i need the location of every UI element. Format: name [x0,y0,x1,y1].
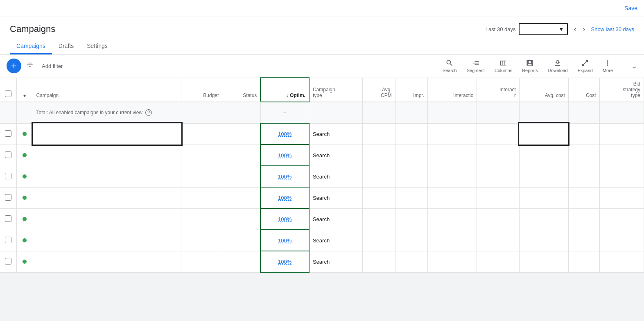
col-header-status[interactable]: Status [222,78,261,102]
show-last-30-link[interactable]: Show last 30 days [591,26,634,32]
row-optim-cell: 100% [260,123,309,145]
row-interactions-cell [427,230,477,251]
more-action-button[interactable]: More [601,58,615,74]
status-dot [23,174,27,179]
table-row: 100% Search [0,123,644,145]
col-header-campaign[interactable]: Campaign [33,78,181,102]
col-header-optim[interactable]: ↓ Optim. [260,78,309,102]
segment-action-button[interactable]: Segment [465,58,486,74]
row-status-cell [16,208,33,230]
reports-action-button[interactable]: Reports [520,58,540,74]
row-interactions-cell [427,208,477,230]
row-checkbox-cell [0,187,16,208]
row-checkbox[interactable] [5,215,11,222]
row-cost-cell [568,208,599,230]
col-header-avg-cost[interactable]: Avg. cost [519,78,568,102]
collapse-button[interactable]: ⌄ [631,61,637,70]
row-campaign-type-cell: Search [309,187,363,208]
row-cost-cell [568,166,599,187]
row-impr-cell [395,230,427,251]
status-dot [23,153,27,157]
row-status-cell [16,145,33,166]
row-interactions-cell [427,166,477,187]
row-checkbox[interactable] [5,194,11,201]
save-button[interactable]: Save [624,5,637,11]
row-campaign-cell [33,166,181,187]
col-header-budget[interactable]: Budget [181,78,222,102]
search-action-button[interactable]: Search [441,58,459,74]
expand-label: Expand [578,68,593,73]
optim-link[interactable]: 100% [278,216,291,222]
col-header-cost[interactable]: Cost [568,78,599,102]
total-status-cell [16,102,33,123]
page-header: Campaigns Last 30 days ▼ ‹ › Show last 3… [0,16,644,55]
row-interactions-cell [427,251,477,272]
add-button[interactable]: + [7,59,21,73]
tab-drafts[interactable]: Drafts [52,38,80,54]
optim-link[interactable]: 100% [278,259,291,265]
row-checkbox[interactable] [5,151,11,158]
total-campaign-type-cell [309,102,363,123]
col-header-impr[interactable]: Impr. [395,78,427,102]
optim-link[interactable]: 100% [278,152,291,158]
total-info-icon[interactable]: ? [145,109,152,116]
row-avg-cost-cell [519,251,568,272]
tab-settings[interactable]: Settings [80,38,114,54]
row-budget-cell [181,208,222,230]
expand-action-button[interactable]: Expand [576,58,594,74]
row-interact-r-cell [477,251,520,272]
row-interactions-cell [427,123,477,145]
add-filter-button[interactable]: Add filter [38,61,66,71]
col-header-interact-r[interactable]: Interactr [477,78,520,102]
row-avg-cost-cell [519,187,568,208]
row-budget-cell [181,187,222,208]
row-status-text-cell [222,208,261,230]
table-row: 100% Search [0,251,644,272]
row-budget-cell [181,123,222,145]
row-bid-strategy-cell [599,208,644,230]
optim-link[interactable]: 100% [278,174,291,180]
row-campaign-cell [33,251,181,272]
row-campaign-cell [33,208,181,230]
row-bid-strategy-cell [599,145,644,166]
row-campaign-type-cell: Search [309,123,363,145]
dropdown-arrow-icon: ▼ [559,26,564,32]
row-optim-cell: 100% [260,187,309,208]
date-dropdown[interactable]: ▼ [519,23,568,35]
next-date-button[interactable]: › [580,24,588,34]
row-bid-strategy-cell [599,251,644,272]
toolbar-divider [623,61,623,71]
filter-icon[interactable] [25,60,35,72]
optim-link[interactable]: 100% [278,131,291,137]
col-header-bid-strategy[interactable]: Bidstrategytype [599,78,644,102]
total-label-cell: Total: All enabled campaigns in your cur… [33,102,260,123]
download-label: Download [548,68,568,73]
col-header-campaign-type[interactable]: Campaigntype [309,78,363,102]
row-checkbox[interactable] [5,173,11,179]
total-cost-cell [568,102,599,123]
row-checkbox[interactable] [5,130,11,137]
row-interact-r-cell [477,230,520,251]
col-header-interactions[interactable]: Interactio [427,78,477,102]
select-all-checkbox[interactable] [5,90,11,97]
row-campaign-type-cell: Search [309,145,363,166]
row-checkbox[interactable] [5,237,11,243]
row-cost-cell [568,187,599,208]
row-status-text-cell [222,145,261,166]
row-optim-cell: 100% [260,251,309,272]
row-campaign-type-cell: Search [309,166,363,187]
col-header-avg-cpm[interactable]: Avg.CPM [363,78,395,102]
nav-arrows: ‹ › [571,24,588,34]
col-header-status: ● [16,78,33,102]
prev-date-button[interactable]: ‹ [571,24,578,34]
columns-action-button[interactable]: Columns [493,58,514,74]
row-status-cell [16,187,33,208]
row-checkbox[interactable] [5,258,11,264]
table-row: 100% Search [0,187,644,208]
optim-link[interactable]: 100% [278,237,291,244]
download-action-button[interactable]: Download [546,58,569,74]
columns-label: Columns [495,68,512,73]
tab-campaigns[interactable]: Campaigns [10,38,52,54]
row-campaign-cell [33,123,181,145]
optim-link[interactable]: 100% [278,195,291,201]
